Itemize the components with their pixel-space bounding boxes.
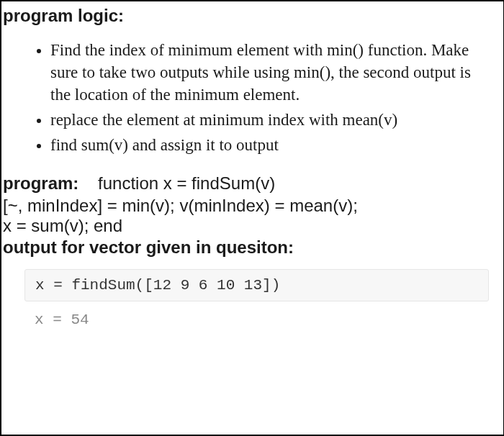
bullet-item: replace the element at minimum index wit…: [50, 109, 489, 131]
code-output-text: x = 54: [35, 312, 89, 328]
output-label: output for vector given in quesiton:: [1, 236, 503, 263]
program-label: program:: [3, 173, 78, 193]
program-signature: function x = findSum(v): [98, 173, 275, 193]
program-logic-bullets: Find the index of minimum element with m…: [1, 32, 503, 172]
bullet-item: find sum(v) and assign it to output: [50, 134, 489, 156]
bullet-item: Find the index of minimum element with m…: [50, 39, 489, 106]
code-input-box: x = findSum([12 9 6 10 13]): [24, 269, 489, 301]
program-block: program: function x = findSum(v): [1, 172, 503, 195]
code-input-text: x = findSum([12 9 6 10 13]): [35, 277, 280, 294]
program-body-line: [~, minIndex] = min(v); v(minIndex) = me…: [1, 196, 503, 216]
program-logic-heading: program logic:: [1, 1, 503, 32]
program-body-line: x = sum(v); end: [1, 216, 503, 236]
code-output-box: x = 54: [24, 307, 489, 335]
